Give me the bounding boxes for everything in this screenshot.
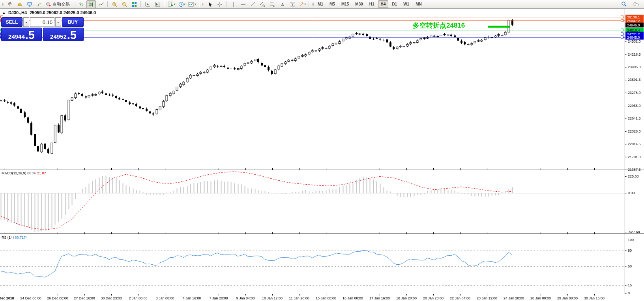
auto-trading-label: 自动交易 — [51, 1, 71, 7]
search-icon[interactable] — [619, 0, 629, 8]
toolbar-grip[interactable] — [202, 2, 204, 7]
sell-price-frac: .5 — [25, 31, 35, 40]
macd-main-value: 88.26 — [27, 171, 36, 175]
toolbar-separator — [164, 1, 165, 7]
timeframe-W1[interactable]: W1 — [401, 0, 412, 8]
one-click-trading-panel: SELL ▼ ▲ BUY 24944.5 24952.5 — [1, 17, 84, 41]
terminal-icon[interactable] — [25, 0, 34, 8]
shapes-icon[interactable]: ▾ — [298, 0, 307, 8]
chart-ohlc-values: 25059.0 25062.0 24925.0 24946.0 — [30, 10, 96, 15]
timeframe-H4[interactable]: H4 — [378, 0, 389, 8]
timeframe-H1[interactable]: H1 — [367, 0, 377, 8]
timeframe-MN[interactable]: MN — [413, 0, 425, 8]
toolbar-separator — [226, 1, 227, 7]
macd-label: MACD(12,26,9) 88.26 21.07 — [2, 171, 46, 175]
auto-scroll-icon[interactable] — [143, 0, 152, 8]
toolbar-separator — [199, 1, 200, 7]
timeframe-D1[interactable]: D1 — [389, 0, 400, 8]
chart-title: ▲ DJ30-,H4 25059.0 25062.0 24925.0 24946… — [2, 10, 96, 15]
sell-price: 24944 — [8, 34, 25, 40]
chart-shift-icon[interactable] — [153, 0, 162, 8]
horizontal-line-icon[interactable] — [238, 0, 248, 8]
auto-trading-button[interactable]: 自动交易 — [45, 0, 72, 8]
price-chart-canvas[interactable] — [0, 9, 644, 301]
equidistant-channel-icon[interactable]: E — [258, 0, 268, 8]
triangle-up-icon: ▲ — [57, 21, 60, 24]
macd-signal-value: 21.07 — [37, 171, 46, 175]
trendline-icon[interactable] — [248, 0, 258, 8]
toolbar-grip[interactable] — [73, 2, 75, 7]
toolbar-right — [619, 0, 643, 8]
toolbar-separator — [309, 1, 309, 7]
crosshair-icon[interactable] — [215, 0, 225, 8]
mt4-terminal: { "toolbar": { "order_label": "单", "auto… — [0, 0, 644, 301]
rsi-label: RSI(14) 66.7174 — [2, 236, 28, 239]
svg-text:E: E — [264, 5, 265, 7]
svg-text:F: F — [273, 5, 275, 7]
cursor-icon[interactable] — [205, 0, 215, 8]
timeframe-M5[interactable]: M5 — [327, 0, 338, 8]
toolbar-grip[interactable] — [2, 2, 4, 7]
new-order-label: 单 — [7, 1, 13, 7]
zoom-in-icon[interactable] — [110, 0, 119, 8]
rsi-value: 66.7174 — [15, 236, 28, 239]
macd-name: MACD(12,26,9) — [2, 171, 26, 175]
chart-symbol-period: DJ30-,H4 — [8, 10, 27, 15]
chevron-down-icon: ▾ — [195, 3, 196, 6]
signals-icon[interactable] — [35, 0, 44, 8]
chat-icon[interactable] — [631, 0, 640, 8]
indicators-icon[interactable]: ▾ — [166, 0, 177, 8]
templates-icon[interactable]: ▾ — [187, 0, 197, 8]
timeframe-M1[interactable]: M1 — [315, 0, 326, 8]
sell-price-tile[interactable]: 24944.5 — [1, 28, 42, 41]
zoom-out-icon[interactable] — [120, 0, 129, 8]
vertical-line-icon[interactable] — [228, 0, 238, 8]
buy-price-frac: .5 — [67, 31, 77, 40]
volume-increase-button[interactable]: ▲ — [55, 17, 61, 27]
toolbar-separator — [140, 1, 141, 7]
chevron-down-icon: ▾ — [184, 3, 186, 6]
sell-button-label: SELL — [6, 19, 18, 25]
gold-icon[interactable] — [15, 0, 24, 8]
timeframe-group: M1M5M15M30H1H4D1W1MN — [315, 0, 425, 8]
text-label-icon[interactable]: T — [288, 0, 297, 8]
turning-point-annotation: 多空转折点24816 — [413, 21, 465, 30]
volume-input[interactable] — [30, 17, 54, 27]
buy-price-tile[interactable]: 24952.5 — [43, 28, 84, 41]
timeframe-M15[interactable]: M15 — [339, 0, 352, 8]
candlestick-chart-icon[interactable] — [86, 0, 96, 8]
rsi-name: RSI(14) — [2, 236, 14, 239]
text-icon[interactable]: A — [278, 0, 287, 8]
chart-arrow-icon: ▲ — [2, 11, 6, 15]
bar-chart-icon[interactable] — [77, 0, 86, 8]
toolbar-separator — [107, 1, 108, 7]
svg-text:T: T — [291, 3, 294, 7]
triangle-down-icon: ▼ — [25, 21, 28, 24]
auto-trading-icon — [46, 2, 51, 7]
chevron-down-icon: ▾ — [305, 3, 306, 6]
timeframe-M30[interactable]: M30 — [352, 0, 365, 8]
fibonacci-icon[interactable]: F — [268, 0, 277, 8]
new-order-button[interactable]: 单 — [5, 0, 15, 8]
toolbar-grip[interactable] — [312, 2, 314, 7]
periods-icon[interactable]: ▾ — [177, 0, 187, 8]
tile-windows-icon[interactable] — [129, 0, 139, 8]
turning-point-line-segment — [488, 26, 510, 28]
buy-button-label: BUY — [68, 19, 78, 25]
buy-button[interactable]: BUY — [62, 17, 84, 27]
buy-price: 24952 — [50, 34, 67, 40]
line-chart-icon[interactable] — [96, 0, 106, 8]
toolbar: 单 自动交易 ▾ ▾ ▾ E F A T ▾ M1M5M15M30H1H4D1W… — [0, 0, 644, 9]
volume-decrease-button[interactable]: ▼ — [23, 17, 29, 27]
chevron-down-icon: ▾ — [174, 3, 176, 6]
svg-text:A: A — [281, 2, 284, 7]
sell-button[interactable]: SELL — [1, 17, 22, 27]
